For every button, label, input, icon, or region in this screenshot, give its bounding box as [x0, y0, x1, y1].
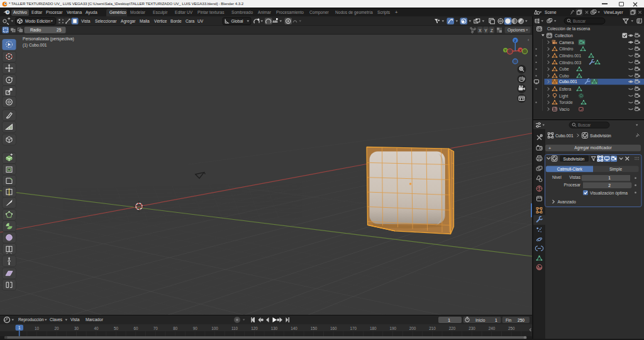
svg-text:Vistas: Vistas: [569, 175, 581, 179]
svg-text:110: 110: [231, 326, 238, 330]
svg-text:180: 180: [370, 326, 377, 330]
svg-text:Global: Global: [231, 19, 244, 23]
svg-text:1: 1: [495, 317, 497, 322]
svg-text:Esfera: Esfera: [559, 87, 571, 91]
svg-text:X: X: [519, 48, 521, 52]
svg-text:20: 20: [54, 326, 59, 330]
svg-text:Cilindro.003: Cilindro.003: [559, 60, 582, 65]
svg-text:160: 160: [330, 326, 337, 330]
svg-text:210: 210: [429, 326, 436, 330]
svg-text:Avanzado: Avanzado: [558, 199, 577, 203]
svg-text:220: 220: [449, 326, 456, 330]
svg-text:1: 1: [608, 176, 611, 180]
svg-text:Cilindro: Cilindro: [559, 47, 574, 51]
svg-text:Simple: Simple: [609, 166, 622, 171]
svg-text:Cubo.001: Cubo.001: [559, 79, 577, 84]
svg-text:Subdivisión: Subdivisión: [590, 133, 611, 137]
svg-text:Y: Y: [484, 28, 487, 33]
svg-text:Y: Y: [504, 48, 507, 52]
svg-text:Borde: Borde: [170, 19, 182, 23]
svg-text:60: 60: [133, 326, 138, 330]
svg-text:UV: UV: [197, 19, 204, 23]
svg-text:Catmull-Clark: Catmull-Clark: [557, 166, 583, 171]
svg-text:Cilindro.001: Cilindro.001: [559, 54, 582, 58]
svg-text:190: 190: [389, 326, 396, 330]
svg-text:Collection: Collection: [555, 33, 573, 38]
svg-text:Toroide: Toroide: [559, 100, 573, 105]
svg-text:230: 230: [469, 326, 475, 330]
svg-text:Colección de la escena: Colección de la escena: [547, 26, 591, 31]
svg-text:80: 80: [173, 326, 178, 330]
svg-text:+: +: [548, 145, 551, 150]
svg-text:100: 100: [211, 326, 218, 330]
svg-text:Seleccionar: Seleccionar: [95, 19, 117, 23]
svg-text:Buscar: Buscar: [573, 19, 586, 23]
svg-text:200: 200: [409, 326, 416, 330]
svg-text:Subdivisión: Subdivisión: [564, 156, 585, 161]
svg-text:Buscar: Buscar: [578, 123, 591, 127]
svg-text:170: 170: [350, 326, 357, 330]
svg-text:240: 240: [489, 326, 496, 330]
svg-text:Light: Light: [559, 94, 568, 99]
svg-text:Agregar modificador: Agregar modificador: [574, 145, 612, 150]
svg-text:Reproducción: Reproducción: [18, 317, 44, 322]
svg-text:90: 90: [193, 326, 198, 330]
svg-text:Camera: Camera: [559, 40, 574, 45]
svg-text:Cubo: Cubo: [559, 74, 569, 78]
svg-text:Marcador: Marcador: [86, 317, 104, 322]
svg-text:140: 140: [291, 326, 297, 330]
svg-text:130: 130: [271, 326, 278, 330]
svg-text:Agregar: Agregar: [121, 19, 136, 24]
svg-text:50: 50: [114, 326, 119, 330]
svg-text:250: 250: [518, 317, 525, 322]
svg-text:25: 25: [57, 28, 62, 33]
svg-text:70: 70: [153, 326, 158, 330]
svg-text:Visualización óptima: Visualización óptima: [590, 190, 628, 195]
svg-text:Cara: Cara: [186, 19, 195, 23]
svg-text:X: X: [479, 28, 482, 33]
svg-text:‹: ‹: [528, 38, 530, 42]
svg-text:Cubo.001: Cubo.001: [555, 133, 574, 137]
svg-text:Malla: Malla: [140, 19, 150, 23]
svg-text:120: 120: [251, 326, 258, 330]
svg-text:Radio: Radio: [30, 28, 42, 33]
svg-text:150: 150: [311, 326, 318, 330]
svg-text:30: 30: [74, 326, 79, 330]
svg-text:Vértice: Vértice: [154, 19, 167, 23]
svg-text:Nivel: Nivel: [552, 175, 562, 179]
svg-text:Vacío: Vacío: [559, 107, 570, 111]
svg-text:Cube: Cube: [559, 67, 569, 71]
svg-text:Z: Z: [514, 39, 517, 43]
svg-text:2: 2: [608, 183, 611, 187]
svg-text:Modo Edición: Modo Edición: [25, 19, 50, 23]
svg-text:1: 1: [448, 317, 450, 322]
svg-text:250: 250: [508, 326, 515, 330]
svg-text:Claves: Claves: [50, 317, 63, 322]
svg-text:Opciones: Opciones: [508, 28, 526, 33]
svg-text:Vista: Vista: [81, 19, 91, 23]
svg-text:10: 10: [35, 326, 40, 330]
svg-text:Vista: Vista: [70, 317, 80, 322]
svg-text:Z: Z: [491, 28, 493, 33]
svg-text:1: 1: [18, 326, 21, 330]
svg-text:Inicio: Inicio: [475, 317, 486, 322]
svg-text:Procesar: Procesar: [564, 182, 581, 186]
svg-text:Fin: Fin: [506, 317, 511, 322]
svg-text:40: 40: [94, 326, 99, 330]
